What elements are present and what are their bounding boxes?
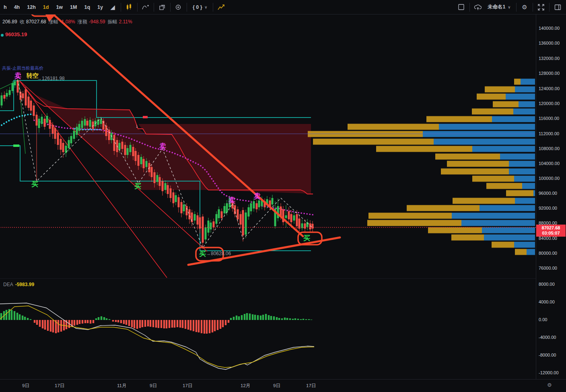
sell-signal-label: 卖 — [254, 193, 261, 200]
layout-square-icon[interactable] — [455, 1, 467, 13]
info-field: 涨幅-1.08% — [49, 19, 75, 25]
price-axis-label: 112000.00 — [539, 131, 559, 136]
price-axis-label: 92000.00 — [539, 206, 557, 210]
chevron-down-icon: ∨ — [508, 5, 510, 9]
fullscreen-icon[interactable] — [535, 1, 547, 13]
toolbar-separator — [469, 3, 470, 12]
ohlc-info-bar: 206.89收87027.68涨幅-1.08%涨额-948.59振幅2.11% — [1, 19, 135, 25]
object-tree-button[interactable]: { 0 }∨ — [189, 1, 211, 13]
toolbar-separator — [187, 3, 187, 12]
price-axis-label: 100000.00 — [539, 176, 560, 181]
indicator-value-label: 96035.19 — [5, 32, 27, 37]
chart-canvas[interactable] — [0, 14, 536, 379]
tf-1w[interactable]: 1w — [52, 1, 66, 13]
toolbar-right-group: 未命名1∨⚙ — [455, 1, 566, 13]
top-toolbar: h4h12h1d1w1M1q1y◢{ 0 }∨ 未命名1∨⚙ — [0, 0, 566, 14]
time-axis-label: 9日 — [273, 383, 280, 389]
buy-signal-label: 买 — [134, 183, 141, 190]
price-axis-label: 140000.00 — [539, 26, 560, 31]
draw-indicator-icon[interactable] — [215, 1, 227, 13]
info-field: 涨额-948.59 — [78, 19, 105, 25]
info-field: 收87027.68 — [20, 19, 46, 25]
price-axis-label: 132000.00 — [539, 56, 560, 61]
cloud-save-icon[interactable] — [472, 1, 484, 13]
price-axis-label: 104000.00 — [539, 161, 560, 166]
alert-add-icon[interactable] — [173, 1, 185, 13]
layout-name-button[interactable]: 未命名1∨ — [484, 1, 514, 13]
time-axis-label: 17日 — [183, 383, 192, 389]
toolbar-separator — [137, 3, 138, 12]
price-axis-label: 108000.00 — [539, 146, 560, 151]
chart-annotation-label: ↓ — [136, 123, 138, 129]
countdown-timer: 03:05:07 — [536, 231, 566, 236]
price-axis-label: 8000.00 — [539, 282, 555, 287]
trading-app-window: h4h12h1d1w1M1q1y◢{ 0 }∨ 未命名1∨⚙ 206.89收87… — [0, 0, 566, 392]
toolbar-separator — [154, 3, 154, 12]
axis-settings-gear-icon[interactable]: ⚙ — [547, 382, 552, 388]
sell-signal-label: 卖 — [228, 197, 235, 204]
price-axis-label: 128000.00 — [539, 71, 560, 76]
tf-1M[interactable]: 1M — [66, 1, 80, 13]
price-axis-label: 116000.00 — [539, 116, 559, 121]
tf-12h[interactable]: 12h — [23, 1, 39, 13]
timeframe-expand-triangle-icon[interactable]: ◢ — [107, 1, 119, 13]
macd-legend-value: -5983.99 — [15, 282, 34, 287]
price-axis-label: -12000.00 — [539, 370, 559, 375]
info-field: 振幅2.11% — [108, 19, 132, 25]
price-axis-label: 4000.00 — [539, 299, 555, 304]
price-axis-label: 96000.00 — [539, 191, 557, 196]
price-axis-label: 0.00 — [539, 317, 547, 322]
chart-annotation-label: →80628.06 — [206, 251, 231, 256]
time-axis-label: 9日 — [150, 383, 157, 389]
toolbar-separator — [516, 3, 517, 12]
sell-signal-label: 卖 — [14, 72, 21, 80]
tf-1d[interactable]: 1d — [39, 1, 53, 13]
price-axis-label: 120000.00 — [539, 101, 560, 106]
sell-signal-label: 卖 — [159, 143, 166, 151]
compare-symbols-icon[interactable] — [156, 1, 168, 13]
macd-legend: DEA-5983.99 — [3, 282, 34, 287]
info-field: 206.89 — [1, 19, 17, 25]
toolbar-separator — [549, 3, 550, 12]
chevron-down-icon: ∨ — [205, 5, 208, 9]
tf-4h[interactable]: 4h — [10, 1, 24, 13]
toolbar-separator — [213, 3, 213, 12]
price-axis[interactable]: 140000.00136000.00132000.00128000.001240… — [536, 14, 566, 379]
macd-legend-label: DEA — [3, 282, 13, 287]
price-axis-label: 124000.00 — [539, 86, 560, 91]
toolbar-separator — [533, 3, 533, 12]
candlestick-style-icon[interactable] — [123, 1, 135, 13]
chart-annotation-label: 共振-止损当前最高价 — [2, 66, 43, 70]
last-price-value: 87027.68 — [536, 225, 566, 231]
settings-gear-icon[interactable]: ⚙ — [519, 1, 531, 13]
toolbar-separator — [170, 3, 171, 12]
time-axis-label: 11月 — [117, 383, 126, 389]
price-axis-label: 80000.00 — [539, 251, 557, 256]
price-axis-label: -4000.00 — [539, 335, 556, 340]
time-axis-label: 17日 — [306, 383, 316, 389]
toolbar-left-group: h4h12h1d1w1M1q1y◢{ 0 }∨ — [0, 1, 227, 13]
price-axis-label: -8000.00 — [539, 353, 556, 357]
tf-1q[interactable]: 1q — [80, 1, 94, 13]
last-price-tag: 87027.6803:05:07 — [536, 225, 566, 237]
time-axis[interactable]: ⚙ 9日17日11月9日17日12月9日17日 — [0, 379, 566, 392]
time-axis-label: 12月 — [241, 383, 250, 389]
chart-annotation-label: →126181.98 — [37, 76, 65, 81]
buy-signal-label: 买 — [199, 250, 206, 258]
indicator-dot — [1, 34, 4, 37]
price-axis-label: 136000.00 — [539, 41, 560, 45]
time-axis-label: 17日 — [55, 383, 64, 389]
tf-1y[interactable]: 1y — [94, 1, 107, 13]
time-axis-label: 9日 — [22, 383, 29, 389]
tf-2h[interactable]: h — [0, 1, 10, 13]
toolbar-separator — [121, 3, 121, 12]
right-panel-icon[interactable] — [552, 1, 564, 13]
buy-signal-label: 买 — [303, 235, 310, 242]
buy-signal-label: 买 — [31, 181, 38, 188]
indicator-curve-add-icon[interactable] — [140, 1, 152, 13]
price-axis-label: 76000.00 — [539, 266, 557, 270]
